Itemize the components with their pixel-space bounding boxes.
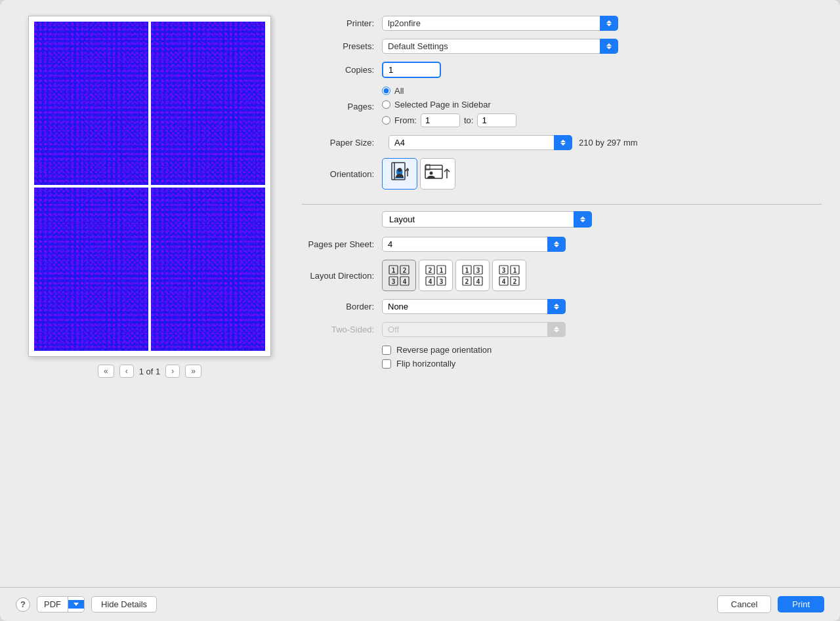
pages-sidebar-radio[interactable] <box>382 100 390 109</box>
printer-label: Printer: <box>302 18 374 28</box>
svg-text:2: 2 <box>402 267 406 274</box>
layout-dir-z-reverse-button[interactable]: 2 1 4 3 <box>419 260 453 291</box>
svg-text:2: 2 <box>465 278 469 285</box>
border-row: Border: None <box>302 299 822 314</box>
printer-select[interactable]: lp2onfire <box>382 16 618 31</box>
layout-n-icon: 1 3 2 4 <box>462 265 483 286</box>
help-button[interactable]: ? <box>16 597 30 612</box>
settings-panel: Printer: lp2onfire Presets: Default Se <box>302 16 822 576</box>
preview-page-4 <box>151 188 265 351</box>
svg-point-4 <box>398 168 402 172</box>
pages-all-row: All <box>382 86 516 96</box>
layout-dir-n-reverse-button[interactable]: 3 1 4 2 <box>492 260 526 291</box>
page-indicator: 1 of 1 <box>139 367 161 376</box>
section-select-wrapper: Layout <box>382 211 592 228</box>
two-sided-row: Two-Sided: Off <box>302 322 822 337</box>
paper-size-info: 210 by 297 mm <box>579 138 638 148</box>
svg-text:3: 3 <box>501 267 505 274</box>
print-preview <box>28 16 271 357</box>
next-page-button[interactable]: › <box>165 365 180 378</box>
layout-z-reverse-icon: 2 1 4 3 <box>425 265 446 286</box>
layout-z-icon: 1 2 3 4 <box>388 265 410 286</box>
reverse-page-row: Reverse page orientation <box>382 345 822 355</box>
svg-text:4: 4 <box>428 278 432 285</box>
presets-row: Presets: Default Settings <box>302 39 822 54</box>
presets-label: Presets: <box>302 41 374 51</box>
pages-sidebar-label[interactable]: Selected Page in Sidebar <box>394 100 491 110</box>
two-sided-select-wrapper: Off <box>382 322 566 337</box>
hide-details-button[interactable]: Hide Details <box>91 596 157 612</box>
section-dropdown-row: Layout <box>302 211 822 228</box>
reverse-page-label[interactable]: Reverse page orientation <box>396 345 492 355</box>
preview-page-1 <box>34 22 148 185</box>
reverse-page-checkbox[interactable] <box>382 346 391 355</box>
two-sided-select: Off <box>382 322 566 337</box>
page-navigation: « ‹ 1 of 1 › » <box>98 365 201 378</box>
pages-from-to-row: From: to: <box>382 113 516 127</box>
svg-text:4: 4 <box>501 278 505 285</box>
pages-from-input[interactable] <box>421 113 460 127</box>
preview-page-3 <box>34 188 148 351</box>
divider <box>302 204 822 205</box>
preview-page-2 <box>151 22 265 185</box>
layout-dir-z-button[interactable]: 1 2 3 4 <box>382 260 416 291</box>
paper-size-wrapper: A4 <box>388 135 572 150</box>
pages-all-radio[interactable] <box>382 87 390 95</box>
cancel-button[interactable]: Cancel <box>717 595 771 613</box>
two-sided-label: Two-Sided: <box>302 325 374 334</box>
last-page-button[interactable]: » <box>185 365 201 378</box>
flip-horizontal-label[interactable]: Flip horizontally <box>396 359 455 369</box>
layout-n-reverse-icon: 3 1 4 2 <box>499 265 520 286</box>
svg-text:3: 3 <box>439 278 443 285</box>
pages-per-sheet-label: Pages per Sheet: <box>302 239 374 249</box>
pages-all-label[interactable]: All <box>394 86 404 96</box>
print-button[interactable]: Print <box>778 596 824 612</box>
border-select[interactable]: None <box>382 299 566 314</box>
chevron-down-icon <box>74 603 79 606</box>
svg-text:3: 3 <box>476 267 480 274</box>
svg-text:1: 1 <box>391 267 395 274</box>
printer-row: Printer: lp2onfire <box>302 16 822 31</box>
orientation-row: Orientation: 👤 <box>302 158 822 190</box>
pages-to-input[interactable] <box>477 113 516 127</box>
dialog-footer: ? PDF Hide Details Cancel Print <box>0 587 840 621</box>
landscape-icon <box>425 164 451 184</box>
pages-from-label[interactable]: From: <box>394 115 417 125</box>
preview-panel: « ‹ 1 of 1 › » <box>18 16 281 576</box>
orientation-landscape-button[interactable] <box>420 158 455 190</box>
portrait-icon: 👤 <box>390 162 409 186</box>
pages-per-sheet-select[interactable]: 4 <box>382 237 566 252</box>
svg-text:2: 2 <box>513 278 516 285</box>
svg-text:4: 4 <box>402 278 406 285</box>
pages-section: All Selected Page in Sidebar From: to: <box>382 86 516 127</box>
section-select[interactable]: Layout <box>382 211 592 228</box>
pages-per-sheet-wrapper: 4 <box>382 237 566 252</box>
svg-text:2: 2 <box>428 267 432 274</box>
layout-direction-buttons: 1 2 3 4 2 1 <box>382 260 526 291</box>
pages-to-label: to: <box>464 115 473 125</box>
layout-direction-label: Layout Direction: <box>302 271 374 281</box>
pages-sidebar-row: Selected Page in Sidebar <box>382 100 516 110</box>
paper-size-select[interactable]: A4 <box>388 135 572 150</box>
pages-from-radio[interactable] <box>382 116 390 125</box>
copies-label: Copies: <box>302 65 374 75</box>
orientation-portrait-button[interactable]: 👤 <box>382 158 417 190</box>
svg-text:1: 1 <box>513 267 516 274</box>
prev-page-button[interactable]: ‹ <box>119 365 134 378</box>
svg-text:4: 4 <box>476 278 480 285</box>
pdf-label[interactable]: PDF <box>37 597 68 612</box>
paper-size-label: Paper Size: <box>302 138 374 148</box>
border-label: Border: <box>302 302 374 311</box>
flip-horizontal-checkbox[interactable] <box>382 359 391 369</box>
layout-dir-n-button[interactable]: 1 3 2 4 <box>455 260 490 291</box>
presets-select[interactable]: Default Settings <box>382 39 618 54</box>
orientation-buttons: 👤 <box>382 158 455 190</box>
svg-point-8 <box>430 172 433 175</box>
pdf-arrow-button[interactable] <box>68 600 84 609</box>
copies-input[interactable] <box>382 62 441 78</box>
flip-horizontal-row: Flip horizontally <box>382 359 822 369</box>
first-page-button[interactable]: « <box>98 365 114 378</box>
pages-row: Pages: All Selected Page in Sidebar From… <box>302 86 822 127</box>
svg-text:3: 3 <box>391 278 395 285</box>
pdf-dropdown[interactable]: PDF <box>37 596 85 612</box>
